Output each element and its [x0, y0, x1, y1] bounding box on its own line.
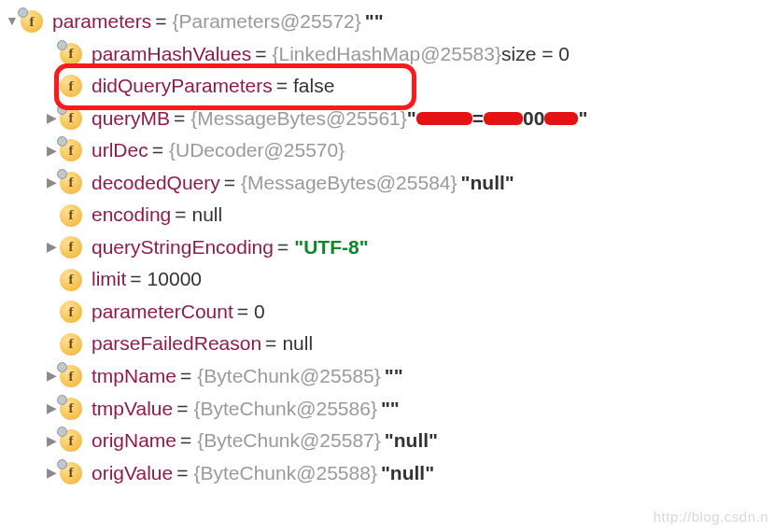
equals-sign: = — [277, 232, 288, 263]
field-icon: f — [60, 462, 82, 484]
equals-sign: = — [265, 329, 276, 359]
field-icon: f — [60, 269, 82, 291]
var-value: null — [192, 200, 223, 231]
debugger-variable-tree: ▼ f parameters = {Parameters@25572} "" ▶… — [0, 0, 774, 489]
var-name: urlDec — [91, 135, 148, 166]
var-value: "null" — [461, 168, 514, 199]
equals-sign: = — [155, 7, 166, 37]
object-ref: {MessageBytes@25584} — [241, 168, 457, 199]
redacted-mark — [544, 112, 578, 125]
tree-row[interactable]: ▶furlDec={UDecoder@25570} — [4, 134, 774, 167]
tree-row[interactable]: ▶forigValue={ByteChunk@25588}"null" — [4, 457, 774, 490]
var-value: "null" — [381, 458, 434, 489]
var-name: origValue — [91, 458, 173, 489]
var-value: "" — [381, 394, 400, 425]
text: 00 — [523, 104, 544, 134]
var-value: "" — [385, 361, 403, 392]
var-value: 10000 — [148, 264, 202, 295]
equals-sign: = — [152, 135, 163, 166]
field-icon: f — [60, 365, 82, 387]
equals-sign: = — [130, 264, 141, 295]
tree-row[interactable]: ▶fparseFailedReason=null — [4, 328, 774, 360]
field-icon: f — [60, 301, 82, 323]
field-icon: f — [60, 429, 82, 452]
equals-sign: = — [176, 394, 188, 425]
object-ref: {ByteChunk@25588} — [193, 458, 376, 489]
field-icon: f — [60, 172, 82, 194]
field-icon: f — [60, 75, 82, 97]
field-icon: f — [60, 236, 82, 259]
tree-row[interactable]: ▶fdecodedQuery={MessageBytes@25584}"null… — [4, 167, 774, 200]
equals-sign: = — [224, 168, 235, 199]
object-ref: {LinkedHashMap@25583} — [272, 39, 501, 70]
field-icon: f — [60, 398, 82, 420]
equals-sign: = — [180, 361, 191, 392]
tree-row[interactable]: ▶fparameterCount=0 — [4, 296, 774, 329]
redacted-mark — [416, 112, 472, 125]
field-icon: f — [60, 204, 82, 227]
watermark-text: http://blog.csdn.n — [654, 509, 768, 525]
quote: " — [407, 104, 416, 134]
var-value: "null" — [385, 426, 438, 456]
tree-row[interactable]: ▶forigName={ByteChunk@25587}"null" — [4, 425, 774, 457]
field-icon: f — [21, 10, 43, 33]
var-name: queryStringEncoding — [91, 232, 274, 263]
var-name: tmpValue — [91, 394, 173, 425]
var-name: parseFailedReason — [91, 329, 261, 359]
var-name: didQueryParameters — [91, 71, 273, 102]
var-name: queryMB — [91, 104, 170, 134]
tree-row[interactable]: ▶fparamHashValues={LinkedHashMap@25583} … — [4, 38, 774, 71]
var-value: size = 0 — [501, 39, 570, 70]
tree-row[interactable]: ▶ftmpValue={ByteChunk@25586}"" — [4, 393, 774, 426]
tree-root-row[interactable]: ▼ f parameters = {Parameters@25572} "" — [4, 6, 774, 38]
text: = — [472, 104, 484, 134]
tree-row[interactable]: ▶flimit=10000 — [4, 263, 774, 296]
var-name: limit — [91, 264, 126, 295]
quote: " — [578, 104, 587, 134]
tree-row[interactable]: ▶ftmpName={ByteChunk@25585}"" — [4, 360, 774, 393]
tree-row[interactable]: ▶fdidQueryParameters=false — [4, 70, 774, 103]
var-name: tmpName — [91, 361, 176, 392]
var-name: parameterCount — [91, 297, 233, 328]
var-name: origName — [91, 426, 176, 456]
equals-sign: = — [237, 297, 248, 328]
field-icon: f — [60, 107, 82, 130]
object-ref: {ByteChunk@25586} — [193, 394, 376, 425]
object-ref: {UDecoder@25570} — [169, 135, 345, 166]
equals-sign: = — [180, 426, 191, 456]
field-icon: f — [60, 333, 82, 356]
var-value: "" — [365, 7, 384, 37]
equals-sign: = — [174, 104, 185, 134]
redacted-mark — [484, 112, 523, 125]
var-value: false — [293, 71, 334, 102]
var-name: paramHashValues — [91, 39, 251, 70]
var-value: null — [282, 329, 313, 359]
object-ref: {ByteChunk@25587} — [197, 426, 380, 456]
chevron-right-icon[interactable]: ▶ — [43, 237, 60, 258]
object-ref: {MessageBytes@25561} — [190, 104, 406, 134]
var-name: parameters — [52, 7, 151, 37]
object-ref: {ByteChunk@25585} — [197, 361, 380, 392]
var-name: encoding — [91, 200, 171, 231]
tree-row[interactable]: ▶fqueryStringEncoding="UTF-8" — [4, 231, 774, 264]
equals-sign: = — [255, 39, 266, 70]
var-value: 0 — [254, 297, 265, 328]
field-icon: f — [60, 139, 82, 161]
var-name: decodedQuery — [91, 168, 220, 199]
equals-sign: = — [175, 200, 186, 231]
tree-row[interactable]: ▶fencoding=null — [4, 199, 774, 231]
object-ref: {Parameters@25572} — [172, 7, 360, 37]
field-icon: f — [60, 43, 82, 65]
tree-row[interactable]: ▶fqueryMB={MessageBytes@25561} "=00" — [4, 103, 774, 135]
equals-sign: = — [276, 71, 288, 102]
var-value: "UTF-8" — [294, 232, 368, 263]
equals-sign: = — [176, 458, 188, 489]
